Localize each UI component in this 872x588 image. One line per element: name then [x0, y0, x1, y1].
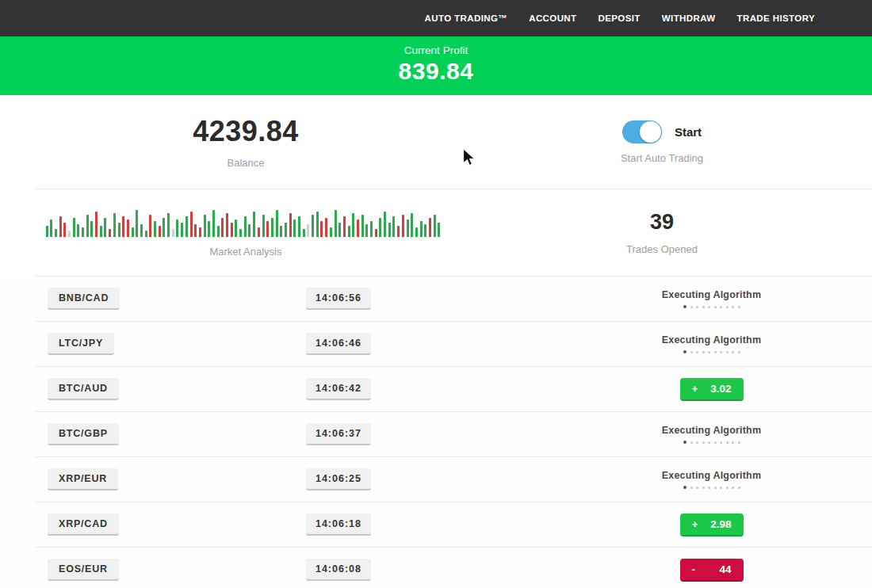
progress-dot [708, 441, 710, 444]
candle-bar [226, 213, 228, 237]
progress-dot [726, 441, 729, 444]
candle-bar [343, 216, 346, 237]
candle-bar [90, 221, 93, 237]
candle-bar [100, 226, 102, 237]
candle-bar [63, 223, 66, 237]
balance-section: 4239.84 Balance Start Start Auto Trading [0, 95, 872, 189]
progress-dot [720, 306, 722, 308]
candle-bar [438, 223, 440, 237]
candle-bar [95, 212, 98, 237]
candle-bar [231, 223, 233, 237]
candle-bar [127, 220, 129, 237]
progress-dot [738, 487, 740, 489]
progress-dot [720, 351, 722, 353]
pair-badge: EOS/EUR [48, 559, 119, 581]
progress-dot [690, 306, 693, 308]
candle-bar [132, 227, 134, 237]
nav-item-withdraw[interactable]: WITHDRAW [662, 13, 716, 23]
candle-bar [167, 213, 170, 237]
candle-bar [320, 221, 323, 237]
candle-bar [109, 229, 111, 237]
start-auto-trading-caption: Start Auto Trading [621, 152, 703, 164]
candle-bar [163, 218, 165, 237]
candle-bar [77, 224, 79, 237]
candle-bar [154, 221, 156, 237]
candle-bar [122, 216, 124, 237]
auto-trading-toggle[interactable] [622, 120, 662, 143]
candle-bar [136, 210, 138, 237]
candle-bar [176, 220, 178, 237]
progress-dot [696, 487, 698, 489]
candle-bar [46, 226, 48, 237]
toggle-start-label: Start [675, 125, 702, 139]
progress-dot [738, 306, 740, 308]
progress-dot [732, 487, 734, 489]
candle-bar [208, 221, 210, 237]
balance-value: 4239.84 [193, 115, 299, 148]
pair-badge: XRP/CAD [48, 514, 119, 536]
candle-bar [82, 227, 84, 237]
candle-bar [335, 210, 337, 237]
candle-bar [145, 231, 147, 237]
progress-dot [683, 486, 687, 490]
candle-bar [402, 215, 404, 237]
result-amount: 44 [719, 563, 731, 575]
trades-opened-block: 39 Trades Opened [491, 189, 872, 276]
candle-bar [204, 215, 206, 237]
pair-badge: XRP/EUR [48, 468, 118, 491]
candle-bar [293, 220, 296, 237]
candle-bar [370, 221, 373, 237]
nav-item-trade-history[interactable]: TRADE HISTORY [737, 13, 816, 23]
candle-bar [411, 213, 413, 237]
executing-algorithm-label: Executing Algorithm [662, 425, 762, 436]
candle-bar [289, 213, 292, 237]
candle-bar [307, 224, 309, 237]
candle-bar [266, 221, 269, 237]
executing-algorithm-label: Executing Algorithm [662, 470, 762, 481]
candle-bar [285, 223, 287, 237]
nav-item-deposit[interactable]: DEPOSIT [599, 13, 641, 23]
candle-bar [348, 226, 350, 237]
progress-dot [714, 441, 717, 444]
progress-dot [726, 306, 729, 308]
nav-item-auto-trading[interactable]: AUTO TRADING™ [425, 13, 508, 23]
candle-bar [59, 216, 62, 237]
progress-dot [690, 487, 693, 489]
progress-dot [708, 306, 710, 308]
candle-bar [181, 223, 183, 237]
pair-badge: BTC/AUD [48, 378, 119, 400]
time-badge: 14:06:46 [306, 333, 371, 355]
pair-badge: LTC/JPY [48, 333, 114, 355]
progress-dot [683, 350, 687, 354]
progress-dot [702, 487, 705, 489]
progress-dot [690, 351, 693, 353]
candle-bar [365, 224, 368, 237]
nav-menu: AUTO TRADING™ACCOUNTDEPOSITWITHDRAWTRADE… [425, 13, 815, 23]
candle-bar [316, 212, 319, 237]
candle-bar [235, 220, 237, 237]
candle-bar [253, 212, 255, 237]
nav-item-account[interactable]: ACCOUNT [529, 13, 576, 23]
progress-dot [738, 351, 740, 353]
market-analysis-chart [46, 208, 446, 237]
progress-dot [714, 487, 717, 489]
progress-dot [708, 351, 710, 353]
time-badge: 14:06:25 [306, 468, 371, 491]
trades-opened-caption: Trades Opened [626, 243, 698, 255]
profit-badge: +2.98 [680, 514, 744, 536]
profit-banner-value: 839.84 [0, 58, 872, 85]
result-amount: 3.02 [710, 383, 731, 395]
candle-bar [303, 229, 305, 237]
progress-dots [683, 486, 740, 490]
market-section: Market Analysis 39 Trades Opened [0, 189, 872, 276]
candle-bar [397, 226, 400, 237]
candle-bar [140, 224, 143, 237]
progress-dot [720, 487, 722, 489]
executing-algorithm-label: Executing Algorithm [662, 289, 762, 300]
toggle-knob [640, 121, 661, 143]
candle-bar [194, 224, 197, 237]
candle-bar [434, 215, 436, 237]
candle-bar [392, 216, 395, 237]
result-sign: - [692, 563, 696, 575]
trade-row: BTC/GBP14:06:37Executing Algorithm [0, 412, 872, 456]
